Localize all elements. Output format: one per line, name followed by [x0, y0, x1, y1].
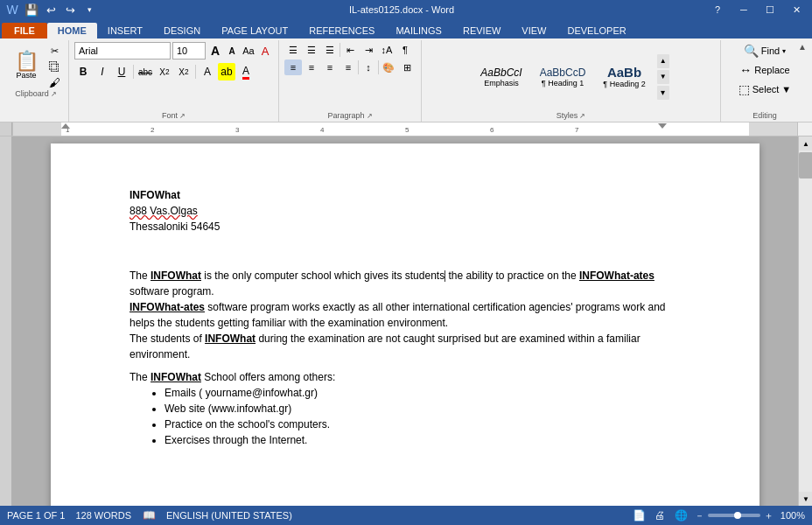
justify-button[interactable]: ≡	[340, 60, 357, 75]
bullet-item-4: Exercises through the Internet.	[164, 432, 681, 448]
bold-button[interactable]: B	[74, 63, 92, 80]
numbering-button[interactable]: ☰	[303, 42, 320, 58]
underline-button[interactable]: U	[113, 63, 130, 80]
font-group: A A Aa A B I U abc X2 X2 A ab A	[69, 40, 279, 122]
font-grow-button[interactable]: A	[207, 43, 223, 59]
print-layout-icon[interactable]: 🖨	[653, 509, 667, 522]
close-button[interactable]: ✕	[784, 2, 808, 18]
style-emphasis[interactable]: AaBbCcI Emphasis	[472, 62, 529, 92]
find-dropdown-icon: ▾	[782, 47, 786, 55]
svg-text:4: 4	[320, 126, 325, 134]
ruler-right-indent-marker[interactable]	[658, 123, 667, 129]
paste-label: Paste	[16, 71, 36, 80]
styles-scroll-down[interactable]: ▼	[657, 70, 669, 84]
show-marks-button[interactable]: ¶	[396, 42, 414, 58]
undo-button[interactable]: ↩	[42, 2, 60, 18]
clear-format-button[interactable]: A	[257, 43, 273, 59]
sort-button[interactable]: ↕A	[378, 42, 396, 58]
infowhat-ates-ref2: INFOWhat-ates	[130, 301, 205, 313]
select-button[interactable]: ⬚ Select ▼	[735, 80, 795, 98]
ruler-main[interactable]: 1 2 3 4 5 6 7	[12, 122, 798, 136]
restore-button[interactable]: ☐	[758, 2, 782, 18]
web-layout-icon[interactable]: 🌐	[674, 509, 688, 522]
tab-mailings[interactable]: MAILINGS	[385, 23, 452, 38]
zoom-area[interactable]: － ＋ 100%	[695, 509, 805, 522]
proofing-icon[interactable]: 📖	[142, 509, 156, 522]
ribbon-collapse-button[interactable]: ▲	[798, 42, 807, 52]
word-count: 128 WORDS	[75, 510, 131, 521]
align-right-button[interactable]: ≡	[321, 60, 339, 75]
decrease-indent-button[interactable]: ⇤	[341, 42, 359, 58]
scroll-down-button[interactable]: ▼	[799, 492, 812, 506]
svg-text:3: 3	[235, 126, 240, 134]
font-family-input[interactable]	[74, 42, 171, 60]
tab-insert[interactable]: INSERT	[97, 23, 153, 38]
font-size-input[interactable]	[172, 42, 206, 60]
tab-developer[interactable]: DEVELOPER	[556, 23, 636, 38]
text-effects-button[interactable]: A	[199, 63, 216, 80]
document-body[interactable]: The INFOWhat is the only computer school…	[130, 268, 681, 448]
tab-references[interactable]: REFERENCES	[298, 23, 385, 38]
vertical-scrollbar[interactable]: ▲ ▼	[798, 136, 812, 506]
replace-button[interactable]: ↔ Replace	[735, 61, 795, 79]
scroll-thumb[interactable]	[799, 152, 812, 178]
language-indicator[interactable]: ENGLISH (UNITED STATES)	[166, 510, 292, 521]
align-left-button[interactable]: ≡	[284, 60, 302, 75]
font-label[interactable]: Font↗	[162, 111, 186, 120]
bullets-button[interactable]: ☰	[284, 42, 302, 58]
read-mode-icon[interactable]: 📄	[632, 509, 646, 522]
copy-button[interactable]: ⿻	[46, 60, 63, 74]
help-button[interactable]: ?	[705, 2, 730, 18]
align-center-button[interactable]: ≡	[303, 60, 320, 75]
qat-more-button[interactable]: ▾	[80, 2, 98, 18]
borders-button[interactable]: ⊞	[398, 60, 416, 75]
select-icon: ⬚	[738, 82, 750, 96]
scroll-up-button[interactable]: ▲	[799, 136, 812, 150]
doc-scroll-area[interactable]: INFOWhat 888 Vas.Olgas Thessaloniki 5464…	[12, 136, 798, 506]
change-case-button[interactable]: Aa	[241, 43, 256, 59]
subscript-button[interactable]: X2	[156, 63, 173, 80]
styles-label[interactable]: Styles↗	[556, 111, 586, 120]
styles-more-button[interactable]: ▾	[657, 86, 669, 100]
styles-scroll-up[interactable]: ▲	[657, 54, 669, 68]
infowhat-ates-ref1: INFOWhat-ates	[579, 270, 654, 282]
highlight-button[interactable]: ab	[218, 63, 235, 80]
svg-text:2: 2	[150, 126, 155, 134]
clipboard-label[interactable]: Clipboard↗	[15, 89, 57, 98]
format-painter-button[interactable]: 🖌	[46, 75, 63, 89]
line-spacing-button[interactable]: ↕	[360, 60, 377, 75]
page[interactable]: INFOWhat 888 Vas.Olgas Thessaloniki 5464…	[51, 144, 760, 506]
ribbon: 📋 Paste ✂ ⿻ 🖌 Clipboard↗ A A	[0, 38, 812, 122]
style-heading1[interactable]: AaBbCcD ¶ Heading 1	[532, 62, 594, 92]
italic-button[interactable]: I	[94, 63, 111, 80]
find-button[interactable]: 🔍 Find ▾	[735, 42, 795, 60]
paragraph-label[interactable]: Paragraph↗	[327, 111, 372, 120]
multilevel-button[interactable]: ☰	[321, 42, 339, 58]
paste-button[interactable]: 📋 Paste	[9, 44, 44, 88]
save-button[interactable]: 💾	[23, 2, 40, 18]
strikethrough-button[interactable]: abc	[136, 63, 154, 80]
zoom-slider[interactable]	[708, 514, 760, 517]
superscript-button[interactable]: X2	[175, 63, 192, 80]
status-left: PAGE 1 OF 1 128 WORDS 📖 ENGLISH (UNITED …	[7, 509, 292, 522]
redo-button[interactable]: ↪	[61, 2, 79, 18]
shading-button[interactable]: 🎨	[380, 60, 397, 75]
font-color-button[interactable]: A	[237, 63, 255, 80]
tab-page-layout[interactable]: PAGE LAYOUT	[211, 23, 298, 38]
font-shrink-button[interactable]: A	[224, 43, 240, 59]
tab-view[interactable]: VIEW	[511, 23, 556, 38]
scroll-track[interactable]	[799, 150, 812, 492]
tab-file[interactable]: FILE	[2, 23, 47, 38]
infowhat-ref3: INFOWhat	[205, 332, 256, 345]
body-para1: The INFOWhat is the only computer school…	[130, 268, 681, 299]
cut-button[interactable]: ✂	[46, 44, 63, 58]
increase-indent-button[interactable]: ⇥	[360, 42, 377, 58]
zoom-in-button[interactable]: ＋	[764, 509, 774, 522]
tab-review[interactable]: REVIEW	[452, 23, 511, 38]
ruler-indent-marker[interactable]	[61, 123, 70, 129]
minimize-button[interactable]: ─	[732, 2, 756, 18]
style-heading2[interactable]: AaBb ¶ Heading 2	[595, 60, 653, 93]
tab-home[interactable]: HOME	[47, 23, 97, 38]
tab-design[interactable]: DESIGN	[153, 23, 211, 38]
zoom-out-button[interactable]: －	[695, 509, 704, 522]
